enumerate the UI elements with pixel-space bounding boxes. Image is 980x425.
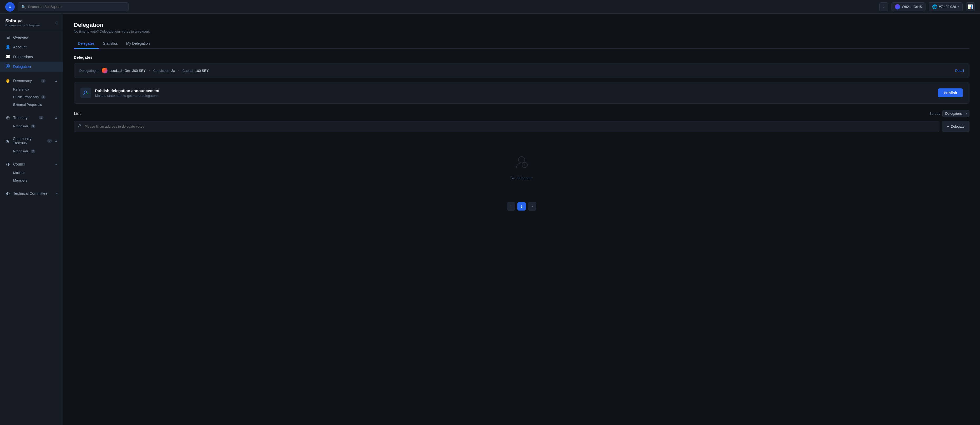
sort-by-label: Sort by	[929, 112, 940, 116]
sidebar-item-label: Democracy	[13, 79, 32, 83]
brand-text: Shibuya Governance by Subsquare	[5, 18, 40, 27]
chevron-up-icon: ▲	[54, 79, 58, 82]
sidebar-item-discussions[interactable]: 💬 Discussions	[0, 52, 63, 62]
treasury-icon: ◎	[5, 115, 11, 120]
publish-text: Publish delegation announcement Make a s…	[95, 89, 159, 98]
pagination: ‹ 1 ›	[74, 202, 969, 211]
sidebar-item-motions[interactable]: Motions	[0, 169, 63, 177]
publish-icon-wrap	[80, 88, 91, 98]
democracy-badge: 1	[41, 79, 46, 82]
sidebar-collapse-button[interactable]: ⟨|	[55, 20, 58, 25]
tabs: Delegates Statistics My Delegation	[74, 39, 969, 49]
pagination-page-1[interactable]: 1	[517, 202, 526, 211]
sidebar-item-external-proposals[interactable]: External Proposals	[0, 101, 63, 108]
keyboard-shortcut-hint: /	[879, 2, 888, 11]
sidebar-item-referenda[interactable]: Referenda	[0, 86, 63, 93]
search-bar[interactable]: 🔍	[18, 2, 129, 11]
list-title: List	[74, 111, 81, 116]
topnav: 🔍 / W82k...GrHS 🌐 #7,429,026 ▾ 📊	[0, 0, 980, 14]
sidebar-item-community-treasury[interactable]: ◉ Community Treasury 2 ▲	[0, 134, 63, 147]
nav-section-main: ⊞ Overview 👤 Account 💬 Discussions Deleg…	[0, 30, 63, 74]
address-input[interactable]	[84, 124, 935, 128]
sidebar-item-delegation[interactable]: Delegation	[0, 62, 63, 71]
overview-icon: ⊞	[5, 35, 11, 40]
search-input[interactable]	[28, 5, 125, 9]
sidebar-item-technical-committee[interactable]: ◐ Technical Committee ▾	[0, 189, 63, 198]
tab-my-delegation[interactable]: My Delegation	[122, 39, 154, 49]
sidebar-item-members[interactable]: Members	[0, 177, 63, 184]
pagination-next[interactable]: ›	[528, 202, 536, 211]
block-number-text: #7,429,026	[939, 5, 956, 9]
delegate-name: asud...dmGm	[110, 69, 130, 73]
empty-text: No delegates	[511, 176, 533, 180]
sort-select-wrap: Delegators Capital Votes	[942, 110, 969, 117]
delegate-btn-label: Delegate	[951, 124, 964, 128]
sidebar-item-account[interactable]: 👤 Account	[0, 42, 63, 52]
sidebar-item-label: Delegation	[13, 65, 31, 69]
treasury-proposals-badge: 3	[31, 124, 35, 128]
nav-right: / W82k...GrHS 🌐 #7,429,026 ▾ 📊	[879, 2, 975, 11]
delegation-icon	[5, 64, 11, 69]
discussions-icon: 💬	[5, 54, 11, 59]
pagination-prev[interactable]: ‹	[507, 202, 515, 211]
wallet-label: W82k...GrHS	[902, 5, 922, 9]
address-input-wrap	[74, 121, 939, 132]
wallet-button[interactable]: W82k...GrHS	[891, 2, 926, 11]
empty-icon	[514, 154, 530, 173]
delegate-button[interactable]: + Delegate	[942, 121, 969, 132]
capital-label: Capital	[182, 69, 193, 73]
sidebar-item-label: Council	[13, 162, 25, 167]
publish-button[interactable]: Publish	[938, 89, 963, 97]
sidebar-item-overview[interactable]: ⊞ Overview	[0, 32, 63, 42]
empty-state: No delegates	[74, 138, 969, 196]
sidebar-item-label: Discussions	[13, 55, 33, 59]
sidebar-item-label: Community Treasury	[13, 136, 45, 145]
sidebar-item-democracy[interactable]: ✋ Democracy 1 ▲	[0, 76, 63, 86]
sidebar-item-public-proposals[interactable]: Public Proposals 1	[0, 93, 63, 101]
sidebar-item-council[interactable]: ◑ Council ▲	[0, 159, 63, 169]
delegation-info: Delegating to asud...dmGm 300 SBY · Conv…	[79, 68, 952, 73]
svg-point-5	[519, 157, 525, 163]
community-proposals-badge: 2	[31, 149, 35, 153]
account-icon: 👤	[5, 44, 11, 49]
nav-section-democracy: ✋ Democracy 1 ▲ Referenda Public Proposa…	[0, 74, 63, 111]
nav-section-treasury: ◎ Treasury 3 ▲ Proposals 3	[0, 111, 63, 132]
sidebar-item-treasury[interactable]: ◎ Treasury 3 ▲	[0, 113, 63, 122]
list-header: List Sort by Delegators Capital Votes	[74, 110, 969, 117]
brand-subtitle: Governance by Subsquare	[5, 24, 40, 27]
publish-card: Publish delegation announcement Make a s…	[74, 82, 969, 104]
page-header: Delegation No time to vote? Delegate you…	[74, 22, 969, 33]
public-proposals-badge: 1	[41, 95, 45, 99]
stats-icon-btn[interactable]: 📊	[966, 2, 975, 11]
conviction-label: Conviction	[153, 69, 169, 73]
chevron-up-icon: ▲	[54, 139, 58, 143]
page-subtitle: No time to vote? Delegate your votes to …	[74, 30, 969, 33]
democracy-icon: ✋	[5, 78, 11, 83]
capital-value: 100 SBY	[195, 69, 208, 73]
wallet-avatar	[895, 4, 900, 10]
sidebar: Shibuya Governance by Subsquare ⟨| ⊞ Ove…	[0, 14, 63, 425]
delegate-avatar	[102, 68, 108, 73]
brand-name: Shibuya	[5, 18, 40, 24]
detail-link[interactable]: Detail	[955, 69, 964, 73]
community-treasury-icon: ◉	[5, 138, 10, 143]
treasury-badge: 3	[39, 116, 43, 119]
nav-section-council: ◑ Council ▲ Motions Members	[0, 157, 63, 186]
tab-statistics[interactable]: Statistics	[99, 39, 122, 49]
sidebar-item-label: Treasury	[13, 116, 28, 120]
nav-section-technical-committee: ◐ Technical Committee ▾	[0, 186, 63, 200]
chevron-up-icon: ▲	[54, 116, 58, 119]
sort-by: Sort by Delegators Capital Votes	[929, 110, 969, 117]
delegation-card: Delegating to asud...dmGm 300 SBY · Conv…	[74, 63, 969, 78]
sidebar-item-treasury-proposals[interactable]: Proposals 3	[0, 122, 63, 130]
conviction-value: 3x	[171, 69, 175, 73]
svg-point-0	[7, 4, 13, 10]
chevron-up-icon: ▲	[54, 162, 58, 166]
sidebar-item-community-proposals[interactable]: Proposals 2	[0, 147, 63, 155]
tab-delegates[interactable]: Delegates	[74, 39, 99, 49]
app-logo[interactable]	[5, 2, 15, 11]
delegating-label: Delegating to	[79, 69, 100, 73]
address-icon	[78, 124, 82, 129]
sort-select[interactable]: Delegators Capital Votes	[942, 110, 969, 117]
delegate-input-row: + Delegate	[74, 121, 969, 132]
